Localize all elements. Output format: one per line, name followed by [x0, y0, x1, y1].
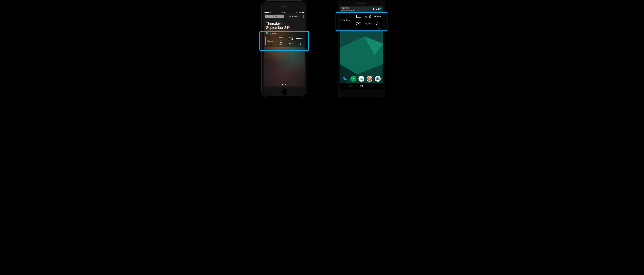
wifi-icon [269, 12, 271, 13]
widget-app-name: Harmony [269, 32, 276, 35]
svg-point-39 [377, 79, 378, 79]
iphone-earpiece [281, 6, 287, 7]
app-drawer[interactable] [358, 76, 364, 82]
today-date: Thursday, September 24th [264, 19, 305, 31]
activity-grid-ios: NETFLIX SONOS [278, 37, 303, 45]
tab-notifications[interactable]: Notifications [284, 15, 304, 18]
harmony-widget-android: Harmony [340, 12, 383, 28]
svg-point-40 [360, 85, 362, 87]
signal-icon [264, 12, 269, 13]
ios-status-bar: 7:29 PM ✻ 100% [264, 11, 305, 14]
harmony-app-icon [266, 32, 268, 35]
android-speaker [357, 3, 366, 4]
activity-music[interactable] [374, 21, 382, 27]
android-status-bar: 7:29 PM Thursday, September 24 [340, 7, 383, 12]
svg-point-35 [369, 78, 370, 80]
svg-marker-21 [358, 23, 359, 24]
harmony-widget-title[interactable]: Harmony [342, 19, 353, 21]
app-phone[interactable] [342, 76, 348, 82]
app-camera[interactable] [375, 76, 381, 82]
activity-netflix[interactable]: NETFLIX [296, 37, 303, 41]
activity-game[interactable] [287, 37, 294, 41]
activity-grid-android: NETFLIX SONOS [355, 13, 382, 27]
svg-point-19 [370, 17, 370, 17]
activity-music[interactable] [296, 42, 303, 45]
svg-point-0 [270, 13, 270, 13]
nav-back-icon[interactable] [349, 85, 352, 88]
nav-recents-icon[interactable] [372, 85, 374, 88]
iphone-screen: 7:29 PM ✻ 100% Today Notifications Thurs… [264, 11, 305, 87]
activity-netflix[interactable]: NETFLIX [374, 13, 382, 20]
activity-tv[interactable] [355, 13, 362, 20]
svg-point-6 [292, 39, 292, 39]
iphone-sensor [284, 4, 285, 5]
svg-rect-12 [378, 8, 378, 9]
harmony-widget-ios: Harmony [264, 36, 305, 47]
svg-rect-1 [279, 37, 283, 40]
android-screen: 7:29 PM Thursday, September 24 [340, 7, 383, 90]
android-status-date: Thursday, September 24 [342, 10, 358, 11]
ios-status-time: 7:29 PM [281, 12, 286, 14]
activity-stream[interactable] [278, 42, 285, 45]
activity-sonos[interactable]: SONOS [287, 42, 294, 45]
app-chrome[interactable] [366, 76, 372, 82]
activity-stream[interactable] [355, 21, 362, 27]
cell-signal-icon [375, 8, 377, 10]
app-hangouts[interactable] [350, 76, 356, 82]
harmony-big-tile[interactable]: Harmony [266, 37, 276, 45]
svg-marker-8 [280, 43, 282, 44]
android-favorites-tray [340, 75, 383, 83]
nav-home-icon[interactable] [360, 85, 363, 88]
svg-rect-41 [372, 85, 374, 87]
activity-tv[interactable] [278, 37, 285, 41]
battery-icon [378, 8, 379, 10]
svg-rect-26 [378, 30, 381, 30]
iphone-home-button[interactable] [281, 89, 288, 95]
svg-point-5 [291, 38, 291, 39]
wifi-icon [372, 8, 375, 10]
android-status-time: 7:29 PM [342, 7, 358, 10]
android-nav-bar [340, 83, 383, 90]
battery-icon: ✻ 100% [296, 12, 304, 14]
svg-point-13 [380, 9, 380, 9]
svg-rect-24 [378, 29, 381, 29]
tab-today[interactable]: Today [265, 15, 284, 18]
svg-rect-37 [377, 77, 378, 78]
svg-rect-14 [356, 15, 361, 18]
activity-sonos[interactable]: SONOS [364, 21, 372, 27]
activity-game[interactable] [364, 13, 372, 20]
user-profile-icon[interactable] [379, 8, 382, 10]
android-frame: 7:29 PM Thursday, September 24 [338, 0, 385, 97]
notification-shade-handle-icon[interactable] [340, 28, 383, 31]
svg-rect-11 [378, 9, 379, 10]
svg-rect-25 [378, 29, 381, 30]
widget-header: Harmony [264, 31, 305, 36]
notification-center-grabber-icon[interactable] [282, 83, 286, 86]
today-notifications-tabs: Today Notifications [265, 15, 304, 18]
iphone-frame: 7:29 PM ✻ 100% Today Notifications Thurs… [261, 0, 307, 97]
svg-point-18 [369, 16, 369, 16]
